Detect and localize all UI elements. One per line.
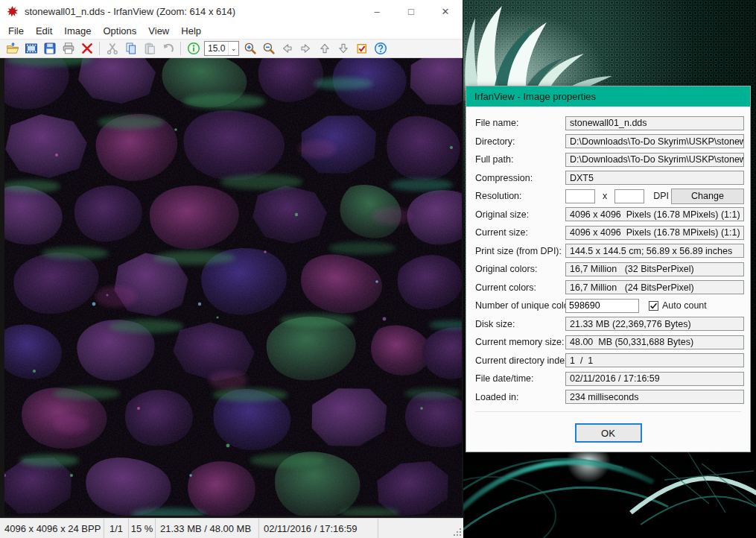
row-original-colors: Original colors: 16,7 Million (32 BitsPe… xyxy=(475,260,744,279)
dialog-titlebar[interactable]: IrfanView - Image properties xyxy=(466,86,750,107)
resize-grip[interactable] xyxy=(453,528,462,537)
field-label: File name: xyxy=(475,118,565,128)
print-size-field[interactable]: 144.5 x 144.5 cm; 56.89 x 56.89 inches xyxy=(565,244,744,258)
menu-file[interactable]: File xyxy=(2,24,30,38)
maximize-button[interactable]: □ xyxy=(394,0,428,22)
current-size-field[interactable]: 4096 x 4096 Pixels (16.78 MPixels) (1:1) xyxy=(565,226,744,240)
directory-index-field[interactable]: 1 / 1 xyxy=(565,353,744,367)
memory-size-field[interactable]: 48.00 MB (50,331,688 Bytes) xyxy=(565,335,744,349)
field-label: File date/time: xyxy=(475,373,565,384)
row-file-datetime: File date/time: 02/11/2016 / 17:16:59 xyxy=(475,370,744,388)
help-icon[interactable] xyxy=(371,40,390,57)
current-colors-field[interactable]: 16,7 Million (24 BitsPerPixel) xyxy=(565,280,744,294)
open-icon[interactable] xyxy=(3,40,22,57)
previous-file-icon[interactable] xyxy=(278,40,296,57)
status-empty-panel xyxy=(378,519,463,538)
menu-edit[interactable]: Edit xyxy=(30,24,58,38)
field-label: Resolution: xyxy=(475,191,565,201)
original-colors-field[interactable]: 16,7 Million (32 BitsPerPixel) xyxy=(565,262,744,276)
file-datetime-field[interactable]: 02/11/2016 / 17:16:59 xyxy=(565,372,744,386)
row-compression: Compression: DXT5 xyxy=(475,169,744,188)
field-label: Print size (from DPI): xyxy=(475,246,565,256)
info-icon[interactable] xyxy=(184,40,203,57)
auto-count-checkbox[interactable] xyxy=(649,301,658,311)
auto-count-label: Auto count xyxy=(662,300,707,311)
toolbar: 15.0 ⌄ xyxy=(0,39,463,58)
file-name-field[interactable]: stonewall01_n.dds xyxy=(565,116,744,130)
field-label: Current directory index: xyxy=(475,355,565,366)
field-label: Number of unique colors: xyxy=(475,300,565,311)
first-file-icon[interactable] xyxy=(315,40,334,57)
minimize-button[interactable]: – xyxy=(360,0,394,22)
row-current-colors: Current colors: 16,7 Million (24 BitsPer… xyxy=(475,279,744,297)
field-label: Disk size: xyxy=(475,319,565,329)
zoom-in-icon[interactable] xyxy=(241,40,259,57)
irfanview-window: stonewall01_n.dds - IrfanView (Zoom: 614… xyxy=(0,0,463,538)
field-label: Current colors: xyxy=(475,282,565,293)
last-file-icon[interactable] xyxy=(334,40,352,57)
resolution-x-separator: x xyxy=(603,191,607,201)
change-dpi-button[interactable]: Change xyxy=(671,189,744,204)
compression-field[interactable]: DXT5 xyxy=(565,171,744,185)
slideshow-icon[interactable] xyxy=(22,40,40,57)
disk-size-field[interactable]: 21.33 MB (22,369,776 Bytes) xyxy=(565,317,744,331)
image-client-area xyxy=(0,58,463,518)
menu-view[interactable]: View xyxy=(142,24,175,38)
status-file-index: 1/1 xyxy=(104,519,129,538)
dialog-body: File name: stonewall01_n.dds Directory: … xyxy=(466,107,750,443)
zoom-out-icon[interactable] xyxy=(259,40,278,57)
row-directory: Directory: D:\Downloads\To-Do Skyrim\USK… xyxy=(475,133,744,151)
marker-checkbox-icon[interactable] xyxy=(352,40,371,57)
field-label: Directory: xyxy=(475,136,565,147)
status-file-size: 21.33 MB / 48.00 MB xyxy=(156,519,259,538)
dialog-footer: OK xyxy=(475,411,741,443)
field-label: Current memory size: xyxy=(475,337,565,347)
toolbar-separator xyxy=(99,42,100,55)
ok-button[interactable]: OK xyxy=(575,423,642,443)
delete-icon[interactable] xyxy=(77,40,96,57)
save-icon[interactable] xyxy=(40,40,59,57)
window-title: stonewall01_n.dds - IrfanView (Zoom: 614… xyxy=(25,6,360,17)
undo-icon[interactable] xyxy=(159,40,177,57)
chevron-down-icon: ⌄ xyxy=(228,42,238,55)
dialog-title: IrfanView - Image properties xyxy=(474,91,596,102)
zoom-level-select[interactable]: 15.0 ⌄ xyxy=(204,41,239,56)
print-icon[interactable] xyxy=(59,40,77,57)
status-image-dimensions: 4096 x 4096 x 24 BPP xyxy=(0,519,104,538)
loaded-in-field[interactable]: 234 milliseconds xyxy=(565,390,744,404)
next-file-icon[interactable] xyxy=(296,40,315,57)
status-file-datetime: 02/11/2016 / 17:16:59 xyxy=(259,519,378,538)
close-button[interactable]: ✕ xyxy=(428,0,463,22)
irfanview-app-icon xyxy=(7,5,19,18)
field-label: Compression: xyxy=(475,173,565,183)
titlebar[interactable]: stonewall01_n.dds - IrfanView (Zoom: 614… xyxy=(0,0,463,22)
row-memory-size: Current memory size: 48.00 MB (50,331,68… xyxy=(475,333,744,352)
toolbar-separator xyxy=(180,42,181,55)
dpi-label: DPI xyxy=(653,191,669,201)
stone-wall-texture-image[interactable] xyxy=(4,58,462,516)
copy-icon[interactable] xyxy=(121,40,140,57)
row-directory-index: Current directory index: 1 / 1 xyxy=(475,352,744,370)
menubar: File Edit Image Options View Help xyxy=(0,22,463,39)
paste-icon[interactable] xyxy=(140,40,159,57)
field-label: Loaded in: xyxy=(475,392,565,402)
status-zoom-percent: 15 % xyxy=(129,519,156,538)
original-size-field[interactable]: 4096 x 4096 Pixels (16.78 MPixels) (1:1) xyxy=(565,207,744,221)
screen: stonewall01_n.dds - IrfanView (Zoom: 614… xyxy=(0,0,756,538)
row-loaded-in: Loaded in: 234 milliseconds xyxy=(475,388,744,407)
unique-colors-input[interactable] xyxy=(565,299,639,313)
directory-field[interactable]: D:\Downloads\To-Do Skyrim\USKP\stonewall… xyxy=(565,134,744,148)
row-full-path: Full path: D:\Downloads\To-Do Skyrim\USK… xyxy=(475,151,744,169)
resolution-y-input[interactable] xyxy=(614,189,644,203)
resolution-x-input[interactable] xyxy=(565,189,595,203)
menu-help[interactable]: Help xyxy=(175,24,207,38)
field-label: Current size: xyxy=(475,227,565,238)
row-print-size: Print size (from DPI): 144.5 x 144.5 cm;… xyxy=(475,242,744,261)
cut-icon[interactable] xyxy=(103,40,121,57)
full-path-field[interactable]: D:\Downloads\To-Do Skyrim\USKP\stonewall… xyxy=(565,153,744,167)
wallpaper-swirl-art xyxy=(463,441,756,538)
row-original-size: Original size: 4096 x 4096 Pixels (16.78… xyxy=(475,206,744,224)
menu-options[interactable]: Options xyxy=(98,24,143,38)
field-label: Original size: xyxy=(475,209,565,220)
menu-image[interactable]: Image xyxy=(58,24,97,38)
